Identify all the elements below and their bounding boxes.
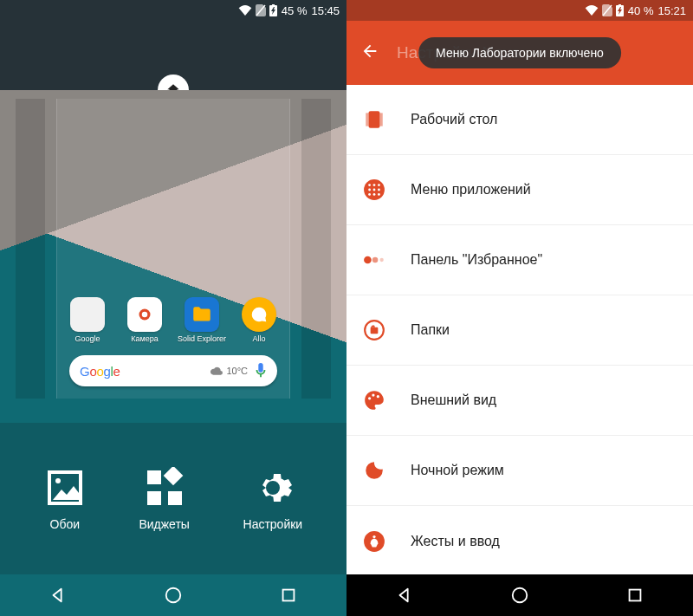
svg-rect-10 — [366, 113, 368, 126]
settings-dock[interactable]: Панель "Избранное" — [346, 225, 693, 295]
svg-point-17 — [373, 189, 376, 191]
settings-list[interactable]: Рабочий стол Меню приложений Панель "Изб… — [346, 85, 693, 574]
allo-icon — [242, 297, 276, 332]
gear-icon — [252, 467, 294, 509]
settings-folders[interactable]: Папки — [346, 295, 693, 366]
svg-rect-11 — [380, 113, 383, 126]
weather-chip[interactable]: 10°C — [210, 366, 248, 376]
navbar-left — [0, 574, 346, 616]
svg-point-29 — [377, 395, 379, 398]
sim-icon — [602, 4, 612, 16]
svg-rect-4 — [147, 491, 161, 505]
svg-point-15 — [378, 184, 380, 186]
battery-percent: 45 % — [282, 4, 308, 17]
back-arrow-icon — [360, 42, 379, 61]
svg-rect-5 — [168, 491, 182, 505]
settings-label: Рабочий стол — [411, 112, 497, 127]
google-logo: Google — [80, 364, 120, 379]
camera-icon — [127, 297, 162, 332]
google-folder-icon — [70, 297, 105, 332]
wallpapers-button[interactable]: Обои — [44, 467, 86, 531]
app-label: Solid Explorer — [178, 334, 226, 343]
svg-point-7 — [166, 588, 181, 603]
app-solid-explorer[interactable]: Solid Explorer — [181, 297, 223, 343]
statusbar-left: 45 % 15:45 — [0, 0, 346, 21]
svg-rect-9 — [369, 111, 380, 128]
toast-text: Меню Лаборатории включено — [436, 46, 604, 60]
svg-point-24 — [380, 258, 384, 262]
settings-gestures[interactable]: Жесты и ввод — [346, 506, 693, 574]
solid-explorer-icon — [185, 297, 219, 332]
nav-recent-icon[interactable] — [625, 586, 644, 605]
next-screen-peek[interactable] — [301, 99, 331, 399]
prev-screen-peek[interactable] — [16, 99, 45, 399]
cloud-icon — [210, 366, 223, 375]
svg-point-16 — [368, 189, 371, 191]
palette-icon — [362, 388, 386, 412]
clock: 15:21 — [657, 4, 686, 17]
svg-point-23 — [372, 257, 379, 263]
toast-message: Меню Лаборатории включено — [418, 37, 621, 68]
svg-point-22 — [364, 256, 372, 264]
battery-icon — [616, 4, 624, 16]
nav-back-icon[interactable] — [49, 586, 68, 605]
settings-button[interactable]: Настройки — [243, 467, 303, 531]
google-search-widget[interactable]: Google 10°C — [69, 355, 277, 386]
settings-label: Настройки — [243, 517, 303, 531]
battery-icon — [269, 4, 277, 16]
wifi-icon — [585, 5, 599, 16]
app-label: Google — [74, 334, 100, 343]
settings-desktop[interactable]: Рабочий стол — [346, 85, 693, 155]
svg-rect-3 — [147, 470, 161, 484]
settings-look-feel[interactable]: Внешний вид — [346, 366, 693, 436]
svg-point-18 — [378, 189, 380, 191]
svg-point-28 — [372, 393, 374, 396]
app-row: Google Камера Solid Explorer — [67, 297, 280, 343]
statusbar-right: 40 % 15:21 — [346, 0, 693, 21]
back-button[interactable] — [360, 42, 379, 64]
moon-icon — [362, 458, 386, 483]
settings-night-mode[interactable]: Ночной режим — [346, 436, 693, 506]
svg-rect-6 — [163, 467, 183, 485]
app-google[interactable]: Google — [67, 297, 108, 343]
svg-rect-33 — [630, 590, 641, 601]
nav-home-icon[interactable] — [164, 586, 183, 605]
dock-icon — [362, 248, 386, 272]
app-camera[interactable]: Камера — [124, 297, 165, 343]
svg-rect-8 — [283, 590, 295, 601]
nav-home-icon[interactable] — [510, 586, 529, 605]
nav-recent-icon[interactable] — [279, 586, 298, 605]
settings-label: Панель "Избранное" — [411, 252, 542, 268]
widgets-button[interactable]: Виджеты — [139, 467, 190, 531]
launcher-header — [0, 21, 346, 90]
app-allo[interactable]: Allo — [238, 297, 280, 343]
svg-point-31 — [372, 535, 375, 537]
svg-point-2 — [55, 478, 61, 483]
settings-app-drawer[interactable]: Меню приложений — [346, 155, 693, 225]
folders-icon — [362, 318, 386, 342]
phone-right: 40 % 15:21 Настройки Nova Меню Лаборатор… — [346, 0, 693, 616]
wallpapers-label: Обои — [50, 517, 81, 531]
svg-rect-26 — [371, 327, 379, 334]
home-preview[interactable]: Google Камера Solid Explorer — [0, 90, 346, 423]
home-screen-card[interactable]: Google Камера Solid Explorer — [56, 99, 290, 399]
appbar: Настройки Nova Меню Лаборатории включено — [346, 21, 693, 85]
svg-point-14 — [373, 184, 376, 186]
wallpaper-icon — [44, 467, 86, 509]
status-icons — [585, 4, 624, 16]
mic-icon[interactable] — [255, 363, 267, 379]
app-drawer-icon — [362, 178, 386, 202]
desktop-icon — [362, 107, 386, 132]
clock: 15:45 — [311, 4, 340, 17]
gestures-icon — [362, 529, 386, 554]
svg-point-13 — [368, 184, 371, 186]
settings-label: Ночной режим — [411, 463, 504, 478]
svg-point-19 — [368, 193, 371, 196]
battery-percent: 40 % — [628, 4, 654, 17]
widgets-label: Виджеты — [139, 517, 190, 531]
navbar-right — [346, 574, 693, 616]
settings-label: Папки — [411, 322, 450, 338]
svg-point-20 — [373, 193, 376, 196]
settings-label: Жесты и ввод — [411, 534, 500, 549]
nav-back-icon[interactable] — [395, 586, 414, 605]
